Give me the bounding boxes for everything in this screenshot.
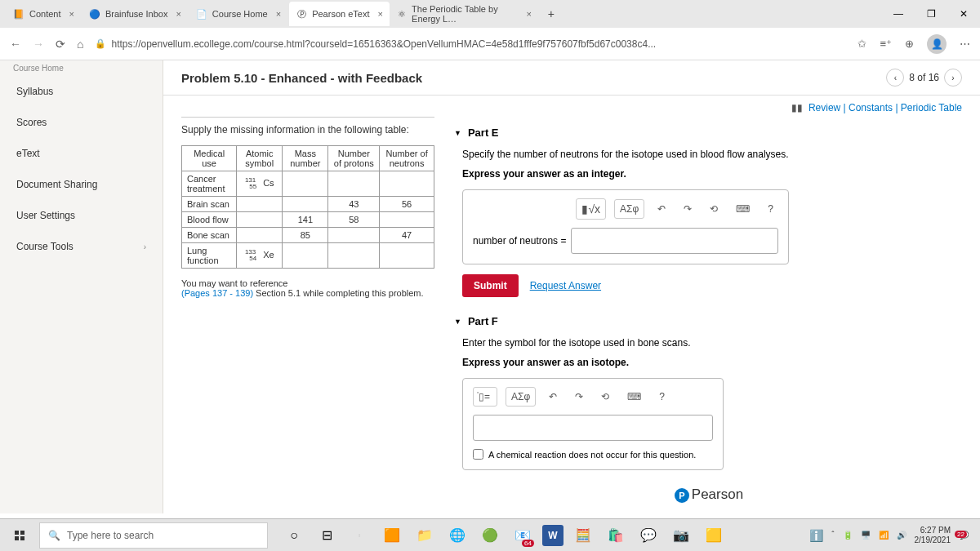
start-button[interactable]	[5, 522, 34, 549]
notification-icon[interactable]: 💬22	[959, 531, 969, 540]
tab-favicon: 📄	[196, 8, 207, 20]
greek-tool[interactable]: ΑΣφ	[506, 387, 536, 407]
redo-button[interactable]: ↷	[679, 200, 697, 218]
tab-label: Course Home	[212, 9, 268, 19]
part-e-input[interactable]	[571, 228, 778, 254]
explorer-icon[interactable]: 📁	[412, 522, 438, 549]
answer-label: number of neutrons =	[473, 235, 566, 247]
reset-button[interactable]: ⟲	[705, 200, 723, 218]
th-neutrons: Number of neutrons	[380, 146, 434, 171]
sidebar-item-doc-sharing[interactable]: Document Sharing	[0, 169, 163, 200]
clock[interactable]: 6:27 PM 2/19/2021	[915, 526, 951, 545]
mail-icon[interactable]: 📧64	[510, 522, 536, 549]
bookmark-icon[interactable]: ▮▮	[791, 102, 803, 113]
sidebar-item-syllabus[interactable]: Syllabus	[0, 76, 163, 107]
sidebar-item-course-tools[interactable]: Course Tools›	[0, 231, 163, 262]
next-problem-button[interactable]: ›	[944, 69, 962, 87]
fraction-tool[interactable]: ▮√x	[576, 198, 606, 220]
table-row: Brain scan 43 56	[182, 197, 434, 212]
no-reaction-checkbox[interactable]	[473, 449, 483, 460]
url-box[interactable]: 🔒 https://openvellum.ecollege.com/course…	[95, 38, 846, 50]
refresh-button[interactable]: ⟳	[56, 38, 65, 51]
undo-button[interactable]: ↶	[653, 200, 670, 218]
tab-label: Brainfuse Inbox	[105, 9, 167, 19]
lock-icon: 🔒	[95, 38, 106, 49]
tab-brainfuse[interactable]: 🔵 Brainfuse Inbox ×	[82, 2, 188, 26]
tab-pearson-etext[interactable]: Ⓟ Pearson eText ×	[289, 2, 390, 26]
discord-icon[interactable]: 💬	[635, 522, 662, 549]
keyboard-button[interactable]: ⌨	[622, 388, 646, 406]
camera-icon[interactable]: 📷	[668, 522, 694, 549]
sidebar: Course Home Syllabus Scores eText Docume…	[0, 60, 163, 513]
help-tray-icon[interactable]: ℹ️	[809, 529, 823, 542]
svg-rect-1	[20, 531, 24, 535]
sidebar-item-user-settings[interactable]: User Settings	[0, 200, 163, 231]
tab-course-home[interactable]: 📄 Course Home ×	[189, 2, 287, 26]
table-row: Blood flow 141 58	[182, 212, 434, 228]
tab-content[interactable]: 📙 Content ×	[7, 2, 81, 26]
new-tab-button[interactable]: +	[540, 7, 563, 20]
favorite-icon[interactable]: ✩	[858, 38, 866, 50]
table-row: Bone scan 85 47	[182, 228, 434, 243]
word-icon[interactable]: W	[542, 525, 564, 546]
spotify-icon[interactable]: 🟢	[477, 522, 503, 549]
close-icon[interactable]: ×	[276, 9, 281, 19]
wifi-icon[interactable]: 📶	[879, 531, 889, 540]
office-icon[interactable]: 🟧	[379, 522, 405, 549]
checkbox-label: A chemical reaction does not occur for t…	[488, 450, 696, 460]
resources-links[interactable]: Review | Constants | Periodic Table	[808, 102, 962, 113]
collections-icon[interactable]: ≡⁺	[880, 38, 892, 50]
tab-periodic-table[interactable]: ⚛ The Periodic Table by Energy L… ×	[391, 2, 538, 26]
close-icon[interactable]: ×	[526, 9, 531, 19]
isotope-tool[interactable]: ▯▫=	[473, 387, 497, 407]
close-icon[interactable]: ×	[176, 9, 180, 19]
volume-icon[interactable]: 🔊	[897, 531, 906, 540]
maximize-button[interactable]: ❐	[915, 2, 947, 26]
pager-text: 8 of 16	[909, 72, 939, 83]
part-f-question: Enter the symbol for the isotope used in…	[462, 337, 964, 349]
submit-button[interactable]: Submit	[462, 274, 519, 297]
close-icon[interactable]: ×	[377, 9, 382, 19]
sidebar-item-scores[interactable]: Scores	[0, 107, 163, 138]
close-icon[interactable]: ×	[69, 9, 74, 19]
redo-button[interactable]: ↷	[570, 388, 588, 406]
taskbar-search[interactable]: 🔍 Type here to search	[39, 522, 268, 549]
more-icon[interactable]: ⋯	[960, 38, 970, 50]
table-row: Lung function 13354Xe	[182, 243, 434, 269]
undo-button[interactable]: ↶	[544, 388, 562, 406]
tray-chevron-icon[interactable]: ˆ	[831, 531, 834, 540]
close-window-button[interactable]: ✕	[947, 2, 980, 26]
sidebar-crumb: Course Home	[0, 60, 163, 76]
notes-icon[interactable]: 🟨	[701, 522, 727, 549]
edge-icon[interactable]: 🌐	[444, 522, 470, 549]
forward-button[interactable]: →	[33, 38, 44, 51]
part-e-answer-box: ▮√x ΑΣφ ↶ ↷ ⟲ ⌨ ? number of neutrons =	[462, 189, 789, 264]
back-button[interactable]: ←	[10, 38, 21, 51]
help-button[interactable]: ?	[763, 200, 778, 218]
calculator-icon[interactable]: 🧮	[570, 522, 596, 549]
store-icon[interactable]: 🛍️	[603, 522, 629, 549]
request-answer-link[interactable]: Request Answer	[530, 280, 601, 291]
home-button[interactable]: ⌂	[77, 38, 83, 51]
pearson-logo: PPearson	[454, 483, 964, 505]
minimize-button[interactable]: —	[882, 2, 915, 26]
extensions-icon[interactable]: ⊕	[905, 38, 914, 50]
keyboard-button[interactable]: ⌨	[731, 200, 755, 218]
cortana-icon[interactable]: ○	[281, 522, 307, 549]
sidebar-item-etext[interactable]: eText	[0, 138, 163, 169]
part-e-header[interactable]: ▼ Part E	[454, 122, 964, 144]
part-f-header[interactable]: ▼ Part F	[454, 310, 964, 332]
tab-label: Content	[29, 9, 61, 19]
reset-button[interactable]: ⟲	[596, 388, 614, 406]
help-button[interactable]: ?	[654, 388, 670, 406]
taskview-icon[interactable]: ⊟	[314, 522, 340, 549]
display-icon[interactable]: 🖥️	[861, 531, 871, 540]
prev-problem-button[interactable]: ‹	[886, 69, 904, 87]
reference-link[interactable]: (Pages 137 - 139)	[181, 288, 253, 298]
greek-tool[interactable]: ΑΣφ	[614, 199, 644, 219]
url-text: https://openvellum.ecollege.com/course.h…	[111, 38, 656, 50]
part-f-input[interactable]	[473, 415, 713, 441]
svg-rect-3	[20, 536, 24, 540]
battery-icon[interactable]: 🔋	[843, 531, 853, 540]
profile-avatar[interactable]: 👤	[927, 34, 947, 54]
